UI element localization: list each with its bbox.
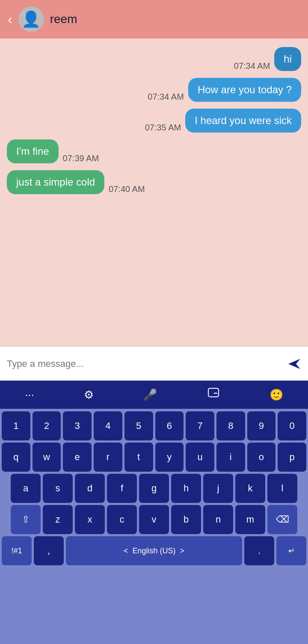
key-5[interactable]: 5 [124,411,153,440]
key-p[interactable]: p [278,443,306,472]
message-bubble: I'm fine [7,139,59,163]
key-b[interactable]: b [171,505,201,534]
key-n[interactable]: n [203,505,233,534]
message-row: I'm fine 07:39 AM [7,139,301,163]
key-6[interactable]: 6 [155,411,184,440]
message-bubble: hi [274,47,301,71]
key-9[interactable]: 9 [247,411,276,440]
key-e[interactable]: e [63,443,92,472]
key-i[interactable]: i [216,443,245,472]
key-1[interactable]: 1 [2,411,30,440]
key-v[interactable]: v [139,505,169,534]
key-w[interactable]: w [33,443,61,472]
key-period[interactable]: . [244,536,274,565]
key-q[interactable]: q [2,443,30,472]
message-timestamp: 07:34 AM [234,61,270,71]
avatar-icon: 👤 [21,10,41,28]
message-input-area [0,346,308,381]
message-row: 07:34 AM hi [7,47,301,71]
svg-marker-0 [288,359,300,369]
message-timestamp: 07:39 AM [63,154,99,163]
message-row: just a simple cold 07:40 AM [7,170,301,194]
key-z[interactable]: z [43,505,73,534]
sticker-button[interactable] [207,387,220,403]
key-r[interactable]: r [94,443,122,472]
message-bubble: How are you today ? [188,78,301,102]
key-o[interactable]: o [247,443,276,472]
message-timestamp: 07:34 AM [148,92,184,102]
bottom-row: !#1 , < English (US) > . ↵ [2,536,306,565]
settings-button[interactable]: ⚙ [84,388,94,402]
chat-area: 07:34 AM hi 07:34 AM How are you today ?… [0,38,308,346]
emoji-button[interactable]: 🙂 [270,388,283,402]
svg-rect-1 [208,388,219,397]
send-button[interactable] [287,357,301,371]
back-button[interactable]: ‹ [8,12,12,26]
zxcv-row: ⇧ z x c v b n m ⌫ [2,505,306,534]
key-y[interactable]: y [155,443,184,472]
qwerty-row: q w e r t y u i o p [2,443,306,472]
avatar: 👤 [18,6,44,32]
message-timestamp: 07:40 AM [109,184,145,194]
key-g[interactable]: g [139,474,169,503]
symbols-button[interactable]: !#1 [2,536,32,565]
key-f[interactable]: f [107,474,137,503]
number-row: 1 2 3 4 5 6 7 8 9 0 [2,411,306,440]
key-3[interactable]: 3 [63,411,92,440]
enter-button[interactable]: ↵ [276,536,306,565]
key-x[interactable]: x [75,505,105,534]
asdf-row: a s d f g h j k l [2,474,306,503]
keys-container: 1 2 3 4 5 6 7 8 9 0 q w e r t y u i o p … [0,409,308,644]
key-k[interactable]: k [235,474,265,503]
header: ‹ 👤 reem [0,0,308,38]
message-timestamp: 07:35 AM [145,123,181,133]
keyboard: ··· ⚙ 🎤 🙂 1 2 3 4 5 6 7 8 9 0 q [0,381,308,644]
key-8[interactable]: 8 [216,411,245,440]
key-m[interactable]: m [235,505,265,534]
key-j[interactable]: j [203,474,233,503]
key-h[interactable]: h [171,474,201,503]
mic-button[interactable]: 🎤 [143,388,157,402]
shift-button[interactable]: ⇧ [11,505,41,534]
key-0[interactable]: 0 [278,411,306,440]
more-options-button[interactable]: ··· [25,388,34,402]
sticker-icon [207,387,220,400]
key-4[interactable]: 4 [94,411,122,440]
key-comma[interactable]: , [34,536,64,565]
message-row: 07:35 AM I heard you were sick [7,109,301,133]
backspace-button[interactable]: ⌫ [267,505,297,534]
key-a[interactable]: a [11,474,41,503]
key-d[interactable]: d [75,474,105,503]
key-s[interactable]: s [43,474,73,503]
message-input[interactable] [7,358,283,369]
key-c[interactable]: c [107,505,137,534]
contact-name: reem [50,12,77,26]
space-bar[interactable]: < English (US) > [66,536,242,565]
key-2[interactable]: 2 [33,411,61,440]
key-7[interactable]: 7 [186,411,214,440]
message-bubble: I heard you were sick [185,109,301,133]
keyboard-toolbar: ··· ⚙ 🎤 🙂 [0,381,308,409]
send-icon [287,357,301,371]
message-bubble: just a simple cold [7,170,104,194]
key-t[interactable]: t [124,443,153,472]
key-u[interactable]: u [186,443,214,472]
message-row: 07:34 AM How are you today ? [7,78,301,102]
key-l[interactable]: l [267,474,297,503]
